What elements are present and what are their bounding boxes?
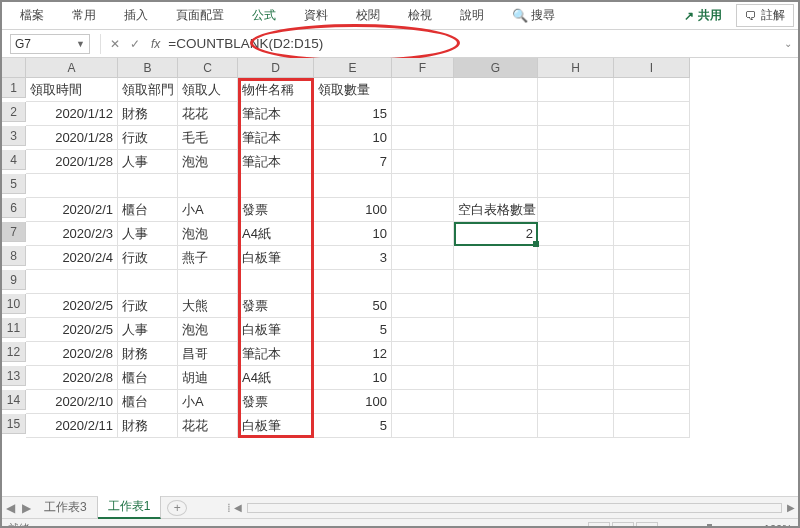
sheet-tab-0[interactable]: 工作表3 <box>34 497 98 518</box>
row-header-1[interactable]: 1 <box>2 78 26 98</box>
col-header-I[interactable]: I <box>614 58 690 78</box>
cell-H13[interactable] <box>538 366 614 390</box>
cell-F7[interactable] <box>392 222 454 246</box>
cell-G3[interactable] <box>454 126 538 150</box>
cell-C11[interactable]: 泡泡 <box>178 318 238 342</box>
cell-E9[interactable] <box>314 270 392 294</box>
cell-I4[interactable] <box>614 150 690 174</box>
name-box[interactable]: G7 ▼ <box>10 34 90 54</box>
confirm-icon[interactable]: ✓ <box>125 37 145 51</box>
cell-D10[interactable]: 發票 <box>238 294 314 318</box>
cell-F5[interactable] <box>392 174 454 198</box>
cell-I10[interactable] <box>614 294 690 318</box>
cell-F10[interactable] <box>392 294 454 318</box>
cell-I9[interactable] <box>614 270 690 294</box>
cell-G5[interactable] <box>454 174 538 198</box>
col-header-C[interactable]: C <box>178 58 238 78</box>
cell-F9[interactable] <box>392 270 454 294</box>
cell-E5[interactable] <box>314 174 392 198</box>
col-header-H[interactable]: H <box>538 58 614 78</box>
cell-C9[interactable] <box>178 270 238 294</box>
cell-I2[interactable] <box>614 102 690 126</box>
cell-E10[interactable]: 50 <box>314 294 392 318</box>
row-header-12[interactable]: 12 <box>2 342 26 362</box>
cell-G13[interactable] <box>454 366 538 390</box>
cell-F4[interactable] <box>392 150 454 174</box>
cell-G6[interactable]: 空白表格數量 <box>454 198 538 222</box>
cell-G11[interactable] <box>454 318 538 342</box>
row-header-11[interactable]: 11 <box>2 318 26 338</box>
zoom-in-icon[interactable]: + <box>753 523 759 529</box>
zoom-out-icon[interactable]: − <box>659 523 665 529</box>
view-normal-icon[interactable]: ▦ <box>588 522 610 529</box>
cell-D3[interactable]: 筆記本 <box>238 126 314 150</box>
cell-B3[interactable]: 行政 <box>118 126 178 150</box>
row-header-3[interactable]: 3 <box>2 126 26 146</box>
cancel-icon[interactable]: ✕ <box>105 37 125 51</box>
cell-A15[interactable]: 2020/2/11 <box>26 414 118 438</box>
row-header-15[interactable]: 15 <box>2 414 26 434</box>
cell-G4[interactable] <box>454 150 538 174</box>
hscroll-right-icon[interactable]: ▶ <box>784 502 798 513</box>
ribbon-tab-layout[interactable]: 頁面配置 <box>162 2 238 29</box>
ribbon-tab-insert[interactable]: 插入 <box>110 2 162 29</box>
col-header-A[interactable]: A <box>26 58 118 78</box>
cell-I3[interactable] <box>614 126 690 150</box>
comments-button[interactable]: 註解 <box>736 4 794 27</box>
cell-E12[interactable]: 12 <box>314 342 392 366</box>
add-sheet-button[interactable]: + <box>167 500 187 516</box>
ribbon-tab-help[interactable]: 說明 <box>446 2 498 29</box>
cell-E13[interactable]: 10 <box>314 366 392 390</box>
cell-F15[interactable] <box>392 414 454 438</box>
cell-H12[interactable] <box>538 342 614 366</box>
grid[interactable]: ABCDEFGHI1領取時間領取部門領取人物件名稱領取數量22020/1/12財… <box>2 58 798 438</box>
cell-H1[interactable] <box>538 78 614 102</box>
row-header-5[interactable]: 5 <box>2 174 26 194</box>
cell-F3[interactable] <box>392 126 454 150</box>
cell-B5[interactable] <box>118 174 178 198</box>
cell-A9[interactable] <box>26 270 118 294</box>
cell-A3[interactable]: 2020/1/28 <box>26 126 118 150</box>
cell-D1[interactable]: 物件名稱 <box>238 78 314 102</box>
cell-H9[interactable] <box>538 270 614 294</box>
cell-E15[interactable]: 5 <box>314 414 392 438</box>
cell-A2[interactable]: 2020/1/12 <box>26 102 118 126</box>
cell-B4[interactable]: 人事 <box>118 150 178 174</box>
tab-nav-prev-icon[interactable]: ◀ <box>2 501 18 515</box>
cell-G2[interactable] <box>454 102 538 126</box>
hscroll-track[interactable] <box>247 503 782 513</box>
cell-A6[interactable]: 2020/2/1 <box>26 198 118 222</box>
cell-D6[interactable]: 發票 <box>238 198 314 222</box>
cell-I7[interactable] <box>614 222 690 246</box>
sheet-tab-1[interactable]: 工作表1 <box>98 496 162 519</box>
cell-E2[interactable]: 15 <box>314 102 392 126</box>
view-page-layout-icon[interactable]: ▭ <box>612 522 634 529</box>
cell-C1[interactable]: 領取人 <box>178 78 238 102</box>
cell-B11[interactable]: 人事 <box>118 318 178 342</box>
cell-H7[interactable] <box>538 222 614 246</box>
tab-nav-next-icon[interactable]: ▶ <box>18 501 34 515</box>
cell-C7[interactable]: 泡泡 <box>178 222 238 246</box>
zoom-level[interactable]: 100% <box>764 523 792 529</box>
cell-G10[interactable] <box>454 294 538 318</box>
view-page-break-icon[interactable]: ⊞ <box>636 522 658 529</box>
fx-icon[interactable]: fx <box>145 37 166 51</box>
cell-D2[interactable]: 筆記本 <box>238 102 314 126</box>
cell-H10[interactable] <box>538 294 614 318</box>
cell-B2[interactable]: 財務 <box>118 102 178 126</box>
cell-F8[interactable] <box>392 246 454 270</box>
cell-I8[interactable] <box>614 246 690 270</box>
cell-B15[interactable]: 財務 <box>118 414 178 438</box>
cell-E7[interactable]: 10 <box>314 222 392 246</box>
row-header-8[interactable]: 8 <box>2 246 26 266</box>
row-header-9[interactable]: 9 <box>2 270 26 290</box>
cell-C10[interactable]: 大熊 <box>178 294 238 318</box>
cell-I1[interactable] <box>614 78 690 102</box>
cell-D13[interactable]: A4紙 <box>238 366 314 390</box>
cell-I13[interactable] <box>614 366 690 390</box>
cell-E1[interactable]: 領取數量 <box>314 78 392 102</box>
cell-C6[interactable]: 小A <box>178 198 238 222</box>
hscroll-left-icon[interactable]: ◀ <box>231 502 245 513</box>
cell-F1[interactable] <box>392 78 454 102</box>
col-header-G[interactable]: G <box>454 58 538 78</box>
